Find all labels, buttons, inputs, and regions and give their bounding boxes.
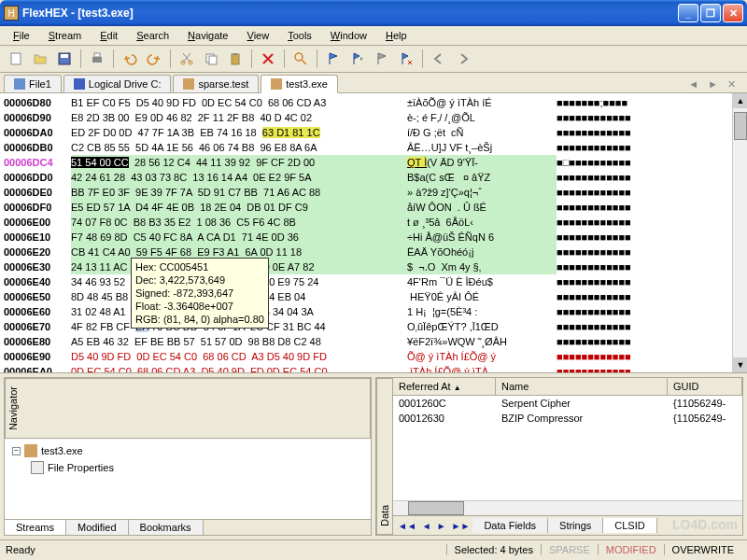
menu-help[interactable]: Help bbox=[378, 28, 415, 43]
close-button[interactable]: ✕ bbox=[723, 4, 743, 22]
flag-gray-button[interactable] bbox=[372, 49, 392, 69]
data-sidetab[interactable]: Data bbox=[376, 378, 393, 535]
delete-button[interactable] bbox=[258, 49, 278, 69]
tab-scroll-right[interactable]: ► bbox=[704, 77, 722, 92]
hex-row[interactable]: 00006DF0E5 ED 57 1A D4 4F 4E 0B 18 2E 04… bbox=[4, 200, 728, 215]
tooltip-rgb: RGB: (81, 84, 0) alpha=0.80 bbox=[135, 313, 264, 326]
tab-logical-drive[interactable]: Logical Drive C: bbox=[63, 75, 172, 92]
hex-scrollbar[interactable]: ▲ ▼ bbox=[732, 93, 747, 372]
nav-next[interactable]: ► bbox=[434, 521, 449, 531]
menu-stream[interactable]: Stream bbox=[41, 28, 89, 43]
hex-row[interactable]: 00006DC451 54 00 CC 28 56 12 C4 44 11 39… bbox=[4, 155, 728, 170]
cut-button[interactable] bbox=[176, 49, 197, 69]
svg-rect-2 bbox=[61, 54, 68, 58]
hex-row[interactable]: 00006DB0C2 CB 85 55 5D 4A 1E 56 46 06 74… bbox=[4, 140, 728, 155]
hex-row[interactable]: 00006E508D 48 45 B8 50 30 CA 06 79 C2 49… bbox=[4, 289, 728, 304]
titlebar: H FlexHEX - [test3.exe] _ ❐ ✕ bbox=[0, 0, 747, 26]
back-button[interactable] bbox=[429, 49, 449, 69]
exe-icon bbox=[271, 78, 282, 90]
scroll-down-button[interactable]: ▼ bbox=[733, 357, 747, 372]
status-modified: MODIFIED bbox=[598, 544, 664, 555]
svg-rect-10 bbox=[233, 53, 237, 55]
menu-file[interactable]: File bbox=[6, 28, 37, 43]
hex-row[interactable]: 00006D90E8 2D 3B 00 E9 0D 46 82 2F 11 2F… bbox=[4, 110, 728, 125]
hex-row[interactable]: 00006D80B1 EF C0 F5 D5 40 9D FD 0D EC 54… bbox=[4, 95, 728, 110]
scroll-thumb[interactable] bbox=[734, 112, 747, 140]
tab-sparse[interactable]: sparse.test bbox=[173, 75, 259, 92]
header-guid[interactable]: GUID bbox=[668, 378, 742, 395]
print-button[interactable] bbox=[87, 49, 107, 69]
nav-first[interactable]: ◄◄ bbox=[395, 521, 419, 531]
hex-row[interactable]: 00006DD042 24 61 28 43 03 73 8C 13 16 14… bbox=[4, 170, 728, 185]
navigator-panel: Navigator −test3.exe File Properties Str… bbox=[4, 377, 372, 536]
tab-modified[interactable]: Modified bbox=[66, 520, 129, 535]
menu-window[interactable]: Window bbox=[323, 28, 374, 43]
tab-test3[interactable]: test3.exe bbox=[261, 75, 338, 93]
undo-button[interactable] bbox=[120, 49, 140, 69]
flag-blue-button[interactable] bbox=[323, 49, 344, 69]
hex-row[interactable]: 00006EA00D EC 54 C0 68 06 CD A3 D5 40 9D… bbox=[4, 364, 728, 373]
redo-button[interactable] bbox=[144, 49, 164, 69]
svg-rect-8 bbox=[209, 56, 217, 64]
svg-rect-0 bbox=[11, 53, 21, 64]
tab-data-fields[interactable]: Data Fields bbox=[472, 518, 548, 533]
status-ready: Ready bbox=[6, 544, 35, 555]
hex-row[interactable]: 00006E0074 07 F8 0C B8 B3 35 E2 1 08 36 … bbox=[4, 215, 728, 230]
hex-row[interactable]: 00006E6031 02 48 A1 01 1D A6 67 3D 28 35… bbox=[4, 304, 728, 319]
maximize-button[interactable]: ❐ bbox=[700, 4, 721, 22]
hex-row[interactable]: 00006E90D5 40 9D FD 0D EC 54 C0 68 06 CD… bbox=[4, 349, 728, 364]
navigator-tree[interactable]: −test3.exe File Properties bbox=[5, 439, 371, 519]
flag-delete-button[interactable] bbox=[396, 49, 416, 69]
header-referred-at[interactable]: Referred At ▲ bbox=[393, 378, 496, 395]
tab-streams[interactable]: Streams bbox=[5, 520, 66, 535]
open-button[interactable] bbox=[30, 49, 50, 69]
hex-row[interactable]: 00006DE0BB 7F E0 3F 9E 39 7F 7A 5D 91 C7… bbox=[4, 185, 728, 200]
drive-icon bbox=[74, 78, 85, 90]
tab-bookmarks[interactable]: Bookmarks bbox=[129, 520, 204, 535]
hex-row[interactable]: 00006E10F7 48 69 8D C5 40 FC 8A A CA D1 … bbox=[4, 230, 728, 245]
hscroll-thumb[interactable] bbox=[408, 501, 464, 515]
data-row[interactable]: 00012630 BZIP Compressor {11056249- bbox=[393, 411, 742, 426]
navigator-sidetab[interactable]: Navigator bbox=[5, 378, 371, 439]
forward-button[interactable] bbox=[453, 49, 473, 69]
hex-row[interactable]: 00006E3024 13 11 AC 2E 4F 04 1D 58 6D 04… bbox=[4, 259, 728, 274]
nav-last[interactable]: ►► bbox=[449, 521, 473, 531]
navigator-tabs: Streams Modified Bookmarks bbox=[5, 519, 371, 535]
find-button[interactable] bbox=[290, 49, 311, 69]
statusbar: Ready Selected: 4 bytes SPARSE MODIFIED … bbox=[0, 539, 747, 558]
tab-clsid[interactable]: CLSID bbox=[603, 518, 656, 533]
flag-next-button[interactable] bbox=[347, 49, 368, 69]
tab-strings[interactable]: Strings bbox=[548, 518, 603, 533]
collapse-icon[interactable]: − bbox=[12, 447, 21, 455]
data-hscroll[interactable] bbox=[393, 500, 742, 515]
tab-file1[interactable]: File1 bbox=[4, 75, 62, 92]
scroll-up-button[interactable]: ▲ bbox=[733, 93, 747, 108]
nav-prev[interactable]: ◄ bbox=[419, 521, 434, 531]
hex-row[interactable]: 00006E4034 46 93 52 6D 20 AF DC 20 C8 11… bbox=[4, 274, 728, 289]
hex-editor[interactable]: 00006D80B1 EF C0 F5 D5 40 9D FD 0D EC 54… bbox=[0, 93, 747, 373]
paste-button[interactable] bbox=[225, 49, 246, 69]
tab-scroll-left[interactable]: ◄ bbox=[684, 77, 702, 92]
new-button[interactable] bbox=[6, 49, 26, 69]
data-row[interactable]: 0001260C Serpent Cipher {11056249- bbox=[393, 396, 742, 411]
save-button[interactable] bbox=[54, 49, 75, 69]
menu-tools[interactable]: Tools bbox=[280, 28, 319, 43]
hex-row[interactable]: 00006E80A5 EB 46 32 EF BE BB 57 51 57 0D… bbox=[4, 334, 728, 349]
tree-child[interactable]: File Properties bbox=[8, 459, 367, 476]
menu-search[interactable]: Search bbox=[129, 28, 176, 43]
data-rows[interactable]: 0001260C Serpent Cipher {11056249- 00012… bbox=[393, 396, 742, 500]
header-name[interactable]: Name bbox=[496, 378, 668, 395]
window-title: FlexHEX - [test3.exe] bbox=[22, 7, 678, 20]
svg-rect-9 bbox=[232, 54, 239, 64]
copy-button[interactable] bbox=[201, 49, 221, 69]
hex-row[interactable]: 00006E20CB 41 C4 A0 59 F5 4F 68 E9 F3 A1… bbox=[4, 245, 728, 259]
tree-root[interactable]: −test3.exe bbox=[8, 442, 367, 459]
hex-row[interactable]: 00006E704F 82 FB CF EA 70 BC DD 54 3F 1A… bbox=[4, 319, 728, 334]
menu-view[interactable]: View bbox=[240, 28, 277, 43]
minimize-button[interactable]: _ bbox=[678, 4, 698, 22]
tab-close[interactable]: ✕ bbox=[724, 77, 740, 92]
hex-row[interactable]: 00006DA0ED 2F D0 0D 47 7F 1A 3B EB 74 16… bbox=[4, 125, 728, 140]
menu-navigate[interactable]: Navigate bbox=[180, 28, 235, 43]
menu-edit[interactable]: Edit bbox=[92, 28, 125, 43]
tree-label: test3.exe bbox=[41, 445, 83, 456]
